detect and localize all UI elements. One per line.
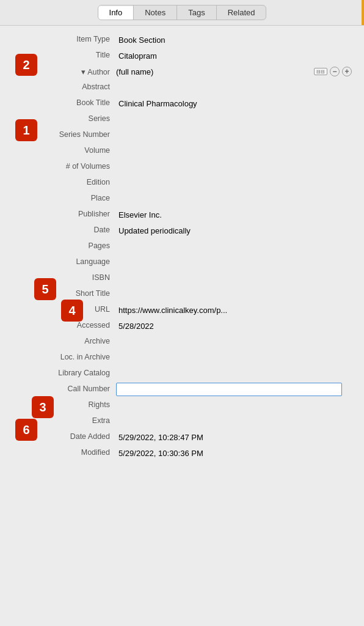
label-volume: Volume bbox=[0, 145, 116, 156]
label-archive: Archive bbox=[0, 336, 116, 347]
field-row-date: Date Updated periodically bbox=[0, 223, 364, 238]
field-row-num-volumes: # of Volumes bbox=[0, 159, 364, 175]
value-title: Citalopram bbox=[116, 51, 364, 61]
field-row-language: Language bbox=[0, 254, 364, 270]
field-row-author: ▾ Author (full name) ⊟⊟ − + bbox=[0, 64, 364, 79]
label-abstract: Abstract bbox=[0, 82, 116, 93]
field-row-isbn: ISBN bbox=[0, 270, 364, 286]
accent-bar bbox=[362, 0, 364, 25]
label-publisher: Publisher bbox=[0, 209, 116, 220]
label-date: Date bbox=[0, 225, 116, 236]
plus-icon[interactable]: + bbox=[342, 67, 352, 76]
tab-bar: InfoNotesTagsRelated bbox=[0, 0, 364, 26]
app-container: InfoNotesTagsRelated Item Type Book Sect… bbox=[0, 0, 364, 626]
content-area: Item Type Book Section Title Citalopram … bbox=[0, 26, 364, 473]
value-book-title: Clinical Pharmacology bbox=[116, 99, 364, 108]
field-row-call-number: Call Number bbox=[0, 381, 364, 397]
label-num-volumes: # of Volumes bbox=[0, 161, 116, 172]
field-row-publisher: Publisher Elsevier Inc. bbox=[0, 207, 364, 223]
field-row-edition: Edition bbox=[0, 175, 364, 191]
field-row-series-number: Series Number bbox=[0, 127, 364, 143]
label-accessed: Accessed bbox=[0, 320, 116, 331]
value-item-type: Book Section bbox=[116, 35, 364, 45]
author-controls: (full name) ⊟⊟ − + bbox=[116, 67, 364, 76]
value-accessed: 5/28/2022 bbox=[116, 322, 364, 331]
value-modified: 5/29/2022, 10:30:36 PM bbox=[116, 449, 364, 458]
label-isbn: ISBN bbox=[0, 273, 116, 284]
field-row-short-title: Short Title bbox=[0, 286, 364, 302]
label-loc-in-archive: Loc. in Archive bbox=[0, 352, 116, 363]
field-row-archive: Archive bbox=[0, 334, 364, 350]
field-row-abstract: Abstract bbox=[0, 79, 364, 95]
label-rights: Rights bbox=[0, 400, 116, 411]
label-call-number: Call Number bbox=[0, 384, 116, 395]
field-row-rights: Rights bbox=[0, 397, 364, 413]
label-url: URL bbox=[0, 304, 116, 315]
tab-info[interactable]: Info bbox=[98, 6, 134, 20]
field-row-pages: Pages bbox=[0, 238, 364, 254]
label-extra: Extra bbox=[0, 416, 116, 427]
field-row-url: URL https://www.clinicalkey.com/p... bbox=[0, 302, 364, 318]
label-title: Title bbox=[0, 50, 116, 61]
label-library-catalog: Library Catalog bbox=[0, 368, 116, 379]
label-series: Series bbox=[0, 114, 116, 125]
field-row-series: Series bbox=[0, 111, 364, 127]
label-short-title: Short Title bbox=[0, 289, 116, 300]
value-date-added: 5/29/2022, 10:28:47 PM bbox=[116, 433, 364, 442]
field-row-modified: Modified 5/29/2022, 10:30:36 PM bbox=[0, 445, 364, 461]
tab-tags[interactable]: Tags bbox=[177, 6, 216, 20]
label-pages: Pages bbox=[0, 241, 116, 252]
field-row-book-title: Book Title Clinical Pharmacology bbox=[0, 95, 364, 111]
input-call-number[interactable] bbox=[116, 383, 342, 396]
field-row-loc-in-archive: Loc. in Archive bbox=[0, 350, 364, 366]
field-row-library-catalog: Library Catalog bbox=[0, 366, 364, 381]
value-author: (full name) bbox=[116, 67, 153, 76]
field-row-accessed: Accessed 5/28/2022 bbox=[0, 318, 364, 334]
label-language: Language bbox=[0, 257, 116, 268]
label-place: Place bbox=[0, 193, 116, 204]
minus-icon[interactable]: − bbox=[330, 67, 340, 76]
field-row-date-added: Date Added 5/29/2022, 10:28:47 PM bbox=[0, 429, 364, 445]
author-icons: ⊟⊟ − + bbox=[314, 67, 352, 76]
value-date: Updated periodically bbox=[116, 226, 364, 235]
field-row-extra: Extra bbox=[0, 413, 364, 429]
label-author: ▾ Author bbox=[0, 67, 116, 76]
label-item-type: Item Type bbox=[0, 34, 116, 45]
windows-icon[interactable]: ⊟⊟ bbox=[314, 68, 327, 75]
field-row-title: Title Citalopram bbox=[0, 48, 364, 64]
value-publisher: Elsevier Inc. bbox=[116, 210, 364, 219]
nav-tabs: InfoNotesTagsRelated bbox=[98, 5, 267, 20]
label-date-added: Date Added bbox=[0, 432, 116, 443]
field-row-place: Place bbox=[0, 191, 364, 207]
label-series-number: Series Number bbox=[0, 130, 116, 141]
value-url: https://www.clinicalkey.com/p... bbox=[116, 306, 364, 315]
tab-notes[interactable]: Notes bbox=[134, 6, 177, 20]
label-edition: Edition bbox=[0, 177, 116, 188]
field-row-volume: Volume bbox=[0, 143, 364, 159]
tab-related[interactable]: Related bbox=[217, 6, 266, 20]
label-modified: Modified bbox=[0, 447, 116, 458]
label-book-title: Book Title bbox=[0, 98, 116, 109]
field-row-item-type: Item Type Book Section bbox=[0, 32, 364, 48]
